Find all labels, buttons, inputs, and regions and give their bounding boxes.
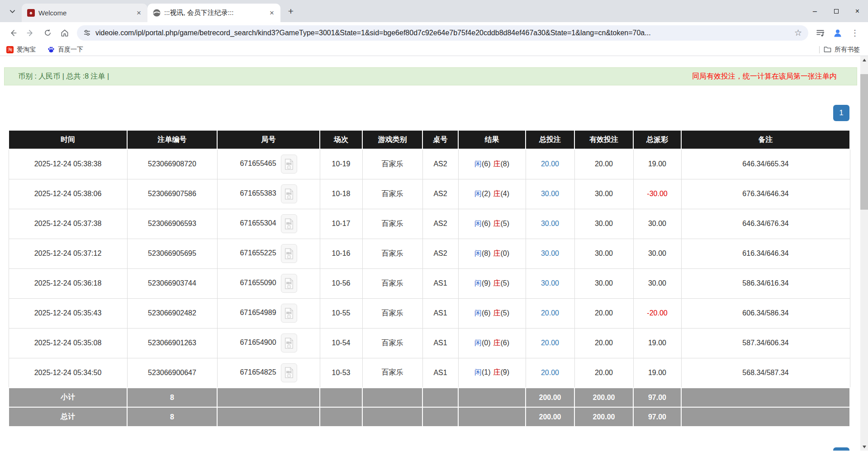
cell-game-type: 百家乐 [362, 209, 422, 239]
back-button[interactable] [5, 24, 22, 42]
total-total-bet: 200.00 [526, 407, 574, 427]
video-replay-button[interactable] [281, 304, 297, 323]
cell-valid-bet: 30.00 [574, 179, 633, 209]
banker-label: 庄 [493, 190, 501, 197]
player-label: 闲 [474, 249, 482, 257]
profile-button[interactable] [829, 24, 846, 42]
video-file-icon [284, 337, 294, 349]
table-row: 2025-12-24 05:35:08 523066901263 6716549… [9, 328, 850, 358]
bookmark-baidu[interactable]: 百度一下 [47, 46, 83, 54]
cell-round: 671655225 [217, 239, 320, 268]
media-controls-button[interactable] [812, 24, 829, 42]
cell-game-type: 百家乐 [362, 268, 422, 298]
header-time: 时间 [9, 130, 127, 149]
cell-time: 2025-12-24 05:37:38 [9, 209, 127, 239]
cell-result: 闲(0)庄(6) [458, 328, 526, 358]
all-bookmarks-button[interactable]: 所有书签 [824, 46, 860, 54]
cell-payout: 19.00 [633, 328, 681, 358]
cell-session: 10-19 [320, 149, 362, 179]
scrollbar-thumb[interactable] [860, 74, 868, 210]
cell-bet-id: 523066908720 [127, 149, 217, 179]
tab-welcome[interactable]: ♠ Welcome × [22, 4, 147, 22]
pagination-page-1-button[interactable]: 1 [833, 105, 849, 121]
tab-search-button[interactable] [5, 4, 20, 19]
maximize-button[interactable] [825, 0, 847, 22]
url-bar[interactable]: videoie.com/ipl/portal.php/game/betrecor… [77, 25, 808, 41]
cell-total-bet-link[interactable]: 30.00 [526, 179, 574, 209]
tab-bet-record[interactable]: :::视讯, 会员下注纪录::: × [147, 4, 280, 22]
table-footer: 小计 8 200.00 200.00 97.00 总计 8 200.00 200… [9, 388, 850, 427]
table-row: 2025-12-24 05:34:50 523066900647 6716548… [9, 358, 850, 388]
cell-total-bet-link[interactable]: 30.00 [526, 209, 574, 239]
cell-total-bet-link[interactable]: 20.00 [526, 149, 574, 179]
cell-total-bet-link[interactable]: 20.00 [526, 298, 574, 328]
video-file-icon [284, 218, 294, 230]
cell-note: 646.34/676.34 [681, 209, 850, 239]
tab-strip: ♠ Welcome × :::视讯, 会员下注纪录::: × + – × [0, 0, 868, 22]
header-total-bet: 总投注 [526, 130, 574, 149]
video-replay-button[interactable] [281, 214, 297, 233]
scroll-up-button[interactable] [860, 56, 868, 64]
banker-label: 庄 [493, 220, 501, 227]
pagination-bottom-button[interactable] [833, 447, 849, 451]
home-button[interactable] [56, 24, 73, 42]
table-row: 2025-12-24 05:38:38 523066908720 6716554… [9, 149, 850, 179]
new-tab-button[interactable]: + [284, 5, 298, 18]
video-replay-button[interactable] [281, 363, 297, 382]
table-header: 时间 注单编号 局号 场次 游戏类别 桌号 结果 总投注 有效投注 总派彩 备注 [9, 130, 850, 149]
cell-time: 2025-12-24 05:34:50 [9, 358, 127, 388]
forward-arrow-icon [26, 28, 35, 38]
minimize-button[interactable]: – [804, 0, 825, 22]
url-input[interactable]: videoie.com/ipl/portal.php/game/betrecor… [95, 29, 790, 37]
cell-time: 2025-12-24 05:38:38 [9, 149, 127, 179]
bookmark-star-icon[interactable]: ☆ [794, 28, 802, 38]
player-value: (6) [482, 309, 491, 317]
video-replay-button[interactable] [281, 155, 297, 174]
cell-table-no: AS1 [422, 298, 458, 328]
taobao-icon: 淘 [6, 46, 14, 53]
total-label: 总计 [9, 407, 127, 427]
cell-result: 闲(2)庄(4) [458, 179, 526, 209]
round-id: 671655225 [240, 249, 276, 257]
scrollbar[interactable] [860, 56, 868, 451]
cell-note: 616.34/646.34 [681, 239, 850, 268]
forward-button[interactable] [22, 24, 39, 42]
cell-total-bet-link[interactable]: 20.00 [526, 358, 574, 388]
casino-favicon-icon: ♠ [27, 9, 35, 17]
header-session: 场次 [320, 130, 362, 149]
header-valid-bet: 有效投注 [574, 130, 633, 149]
header-payout: 总派彩 [633, 130, 681, 149]
bookmark-aitaobao[interactable]: 淘 爱淘宝 [6, 46, 36, 54]
site-settings-icon[interactable] [83, 29, 91, 37]
reload-button[interactable] [39, 24, 56, 42]
close-icon[interactable]: × [268, 9, 276, 17]
player-label: 闲 [474, 279, 482, 287]
scroll-down-button[interactable] [860, 443, 868, 451]
cell-total-bet-link[interactable]: 30.00 [526, 239, 574, 268]
video-replay-button[interactable] [281, 184, 297, 203]
banker-label: 庄 [493, 309, 501, 317]
video-replay-button[interactable] [281, 274, 297, 293]
subtotal-label: 小计 [9, 388, 127, 407]
video-file-icon [284, 158, 294, 170]
table-body: 2025-12-24 05:38:38 523066908720 6716554… [9, 149, 850, 388]
video-replay-button[interactable] [281, 244, 297, 263]
close-icon[interactable]: × [135, 9, 143, 17]
cell-total-bet-link[interactable]: 30.00 [526, 268, 574, 298]
total-count: 8 [127, 407, 217, 427]
cell-result: 闲(8)庄(0) [458, 239, 526, 268]
round-id: 671655465 [240, 160, 276, 167]
scroll-up-icon [863, 59, 866, 61]
maximize-icon [834, 9, 839, 14]
warning-text: 同局有效投注，统一计算在该局第一张注单内 [692, 72, 837, 81]
cell-total-bet-link[interactable]: 20.00 [526, 328, 574, 358]
subtotal-row: 小计 8 200.00 200.00 97.00 [9, 388, 850, 407]
menu-button[interactable]: ⋮ [846, 24, 863, 42]
video-replay-button[interactable] [281, 334, 297, 352]
video-file-icon [284, 307, 294, 319]
close-window-button[interactable]: × [847, 0, 868, 22]
player-label: 闲 [474, 220, 482, 227]
total-valid-bet: 200.00 [574, 407, 633, 427]
round-id: 671654825 [240, 368, 276, 376]
table-row: 2025-12-24 05:36:18 523066903744 6716550… [9, 268, 850, 298]
